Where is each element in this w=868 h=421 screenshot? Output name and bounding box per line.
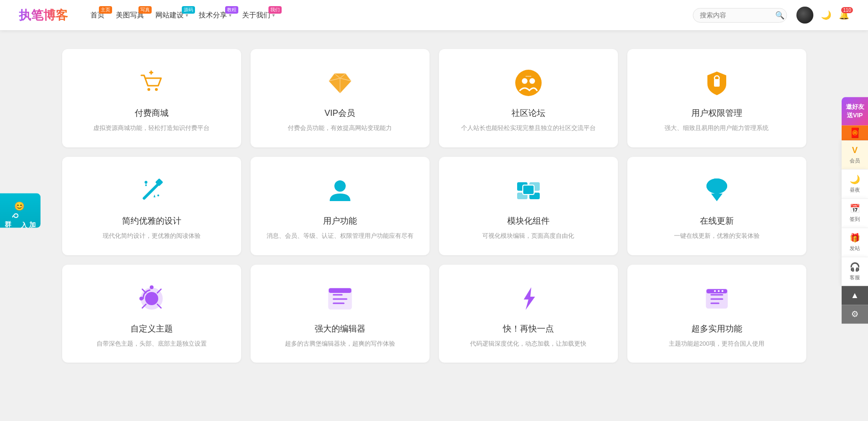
header: 执笔博客 首页主页美图写真写真网站建设源码▾技术分享教程▾关于我们我们▾ 🔍 🌙… bbox=[0, 0, 868, 30]
sign-in-icon: 📅 bbox=[850, 204, 860, 214]
feature-title: 社区论坛 bbox=[511, 107, 545, 119]
search-input[interactable] bbox=[700, 11, 775, 19]
feature-title: 快！再快一点 bbox=[503, 323, 554, 334]
moon-button[interactable]: 🌙 bbox=[821, 10, 831, 20]
feature-title: 在线更新 bbox=[700, 215, 734, 227]
nav-badge: 写真 bbox=[138, 6, 152, 14]
nav-item-关于我们[interactable]: 关于我们我们▾ bbox=[238, 9, 278, 22]
feature-desc: 超多的古腾堡编辑器块，超爽的写作体验 bbox=[285, 339, 395, 349]
shield-icon bbox=[702, 68, 732, 98]
moon-icon: 🌙 bbox=[850, 175, 860, 185]
service-label: 客服 bbox=[850, 275, 860, 282]
feature-desc: 代码逻辑深度优化，动态加载，让加载更快 bbox=[470, 339, 586, 349]
cart-icon bbox=[137, 68, 167, 98]
feature-title: 模块化组件 bbox=[507, 215, 550, 227]
svg-point-34 bbox=[714, 290, 716, 292]
theme-icon bbox=[137, 283, 167, 314]
nav-link[interactable]: 关于我们 bbox=[241, 9, 271, 22]
nav-item-技术分享[interactable]: 技术分享教程▾ bbox=[195, 9, 235, 22]
wand-icon bbox=[137, 176, 167, 206]
feature-title: 简约优雅的设计 bbox=[122, 215, 181, 227]
svg-point-1 bbox=[147, 88, 150, 91]
svg-rect-17 bbox=[523, 185, 534, 194]
feature-desc: 虚拟资源商城功能，轻松打造知识付费平台 bbox=[93, 123, 210, 133]
post-button[interactable]: 🎁 发站 bbox=[842, 228, 868, 257]
feature-card-3[interactable]: 用户权限管理强大、细致且易用的用户能力管理系统 bbox=[627, 49, 806, 147]
navigation: 首页主页美图写真写真网站建设源码▾技术分享教程▾关于我们我们▾ bbox=[87, 9, 693, 22]
feature-title: 超多实用功能 bbox=[691, 323, 742, 334]
feature-desc: 一键在线更新，优雅的安装体验 bbox=[674, 231, 760, 241]
svg-point-5 bbox=[529, 78, 535, 84]
modules-icon bbox=[513, 176, 544, 206]
editor-icon bbox=[325, 283, 355, 314]
feature-card-4[interactable]: 简约优雅的设计现代化简约设计，更优雅的阅读体验 bbox=[62, 157, 241, 255]
header-right: 🌙 🔔 110 bbox=[796, 7, 849, 24]
svg-point-4 bbox=[522, 78, 527, 84]
feature-card-7[interactable]: 在线更新一键在线更新，优雅的安装体验 bbox=[627, 157, 806, 255]
feature-card-5[interactable]: 用户功能消息、会员、等级、认证、权限管理用户功能应有尽有 bbox=[251, 157, 430, 255]
day-night-button[interactable]: 🌙 昼夜 bbox=[842, 170, 868, 199]
nav-item-首页[interactable]: 首页主页 bbox=[87, 9, 108, 22]
svg-point-3 bbox=[515, 70, 542, 96]
svg-point-21 bbox=[145, 292, 158, 305]
nav-item-网站建设[interactable]: 网站建设源码▾ bbox=[152, 9, 191, 22]
logo[interactable]: 执笔博客 bbox=[19, 7, 68, 24]
invite-banner[interactable]: 邀好友送VIP bbox=[842, 97, 868, 125]
feature-card-0[interactable]: 付费商城虚拟资源商城功能，轻松打造知识付费平台 bbox=[62, 49, 241, 147]
main-content: 付费商城虚拟资源商城功能，轻松打造知识付费平台 VIP会员付费会员功能，有效提高… bbox=[34, 30, 835, 381]
feature-card-9[interactable]: 强大的编辑器超多的古腾堡编辑器块，超爽的写作体验 bbox=[251, 265, 430, 363]
q-group-button[interactable]: 😊 加入Q群 bbox=[0, 194, 41, 228]
feature-card-1[interactable]: VIP会员付费会员功能，有效提高网站变现能力 bbox=[251, 49, 430, 147]
sidebar-left: 😊 加入Q群 bbox=[0, 194, 41, 228]
nav-link[interactable]: 技术分享 bbox=[198, 9, 228, 22]
feature-title: 付费商城 bbox=[135, 107, 169, 119]
features-icon bbox=[702, 283, 732, 314]
vip-button[interactable]: V 会员 bbox=[842, 141, 868, 170]
notification-button[interactable]: 🔔 110 bbox=[839, 10, 849, 20]
q-group-emoji: 😊 bbox=[14, 201, 26, 211]
notification-count: 110 bbox=[841, 7, 853, 13]
sign-in-label: 签到 bbox=[850, 216, 860, 223]
svg-rect-33 bbox=[706, 289, 727, 293]
svg-point-10 bbox=[145, 181, 147, 184]
svg-point-12 bbox=[334, 180, 346, 192]
nav-badge: 我们 bbox=[268, 6, 282, 14]
feature-title: 自定义主题 bbox=[130, 323, 173, 334]
feature-card-10[interactable]: 快！再快一点代码逻辑深度优化，动态加载，让加载更快 bbox=[439, 265, 618, 363]
feature-title: 强大的编辑器 bbox=[315, 323, 365, 334]
feature-title: 用户权限管理 bbox=[691, 107, 742, 119]
feature-desc: 个人站长也能轻松实现完整且独立的社区交流平台 bbox=[461, 123, 596, 133]
diamond-icon bbox=[325, 68, 355, 98]
fast-icon bbox=[513, 283, 544, 314]
service-button[interactable]: 🎧 客服 bbox=[842, 257, 868, 286]
search-icon[interactable]: 🔍 bbox=[775, 11, 785, 20]
feature-desc: 自带深色主题，头部、底部主题独立设置 bbox=[97, 339, 207, 349]
svg-point-23 bbox=[150, 285, 154, 289]
nav-item-美图写真[interactable]: 美图写真写真 bbox=[112, 9, 148, 22]
feature-card-6[interactable]: 模块化组件可视化模块编辑，页面高度自由化 bbox=[439, 157, 618, 255]
day-night-label: 昼夜 bbox=[850, 187, 860, 194]
feature-card-11[interactable]: 超多实用功能主题功能超200项，更符合国人使用 bbox=[627, 265, 806, 363]
nav-badge: 主页 bbox=[99, 6, 112, 14]
feature-card-8[interactable]: 自定义主题自带深色主题，头部、底部主题独立设置 bbox=[62, 265, 241, 363]
red-packet[interactable]: 🧧 bbox=[842, 126, 868, 141]
feature-desc: 现代化简约设计，更优雅的阅读体验 bbox=[103, 231, 201, 241]
feature-title: VIP会员 bbox=[324, 107, 355, 119]
feature-desc: 可视化模块编辑，页面高度自由化 bbox=[482, 231, 574, 241]
nav-link[interactable]: 网站建设 bbox=[154, 9, 185, 22]
sign-in-button[interactable]: 📅 签到 bbox=[842, 199, 868, 228]
vip-icon: V bbox=[852, 146, 858, 156]
settings-button[interactable]: ⚙ bbox=[842, 305, 868, 324]
svg-point-22 bbox=[139, 297, 143, 300]
feature-title: 用户功能 bbox=[323, 215, 357, 227]
post-icon: 🎁 bbox=[850, 233, 860, 243]
svg-rect-28 bbox=[329, 288, 351, 293]
update-icon bbox=[702, 176, 732, 206]
feature-card-2[interactable]: 社区论坛个人站长也能轻松实现完整且独立的社区交流平台 bbox=[439, 49, 618, 147]
community-icon bbox=[513, 68, 544, 98]
scroll-top-button[interactable]: ▲ bbox=[842, 286, 868, 305]
post-label: 发站 bbox=[850, 245, 860, 252]
avatar-button[interactable] bbox=[796, 7, 813, 24]
svg-point-2 bbox=[155, 88, 158, 91]
search-box: 🔍 bbox=[693, 8, 787, 23]
